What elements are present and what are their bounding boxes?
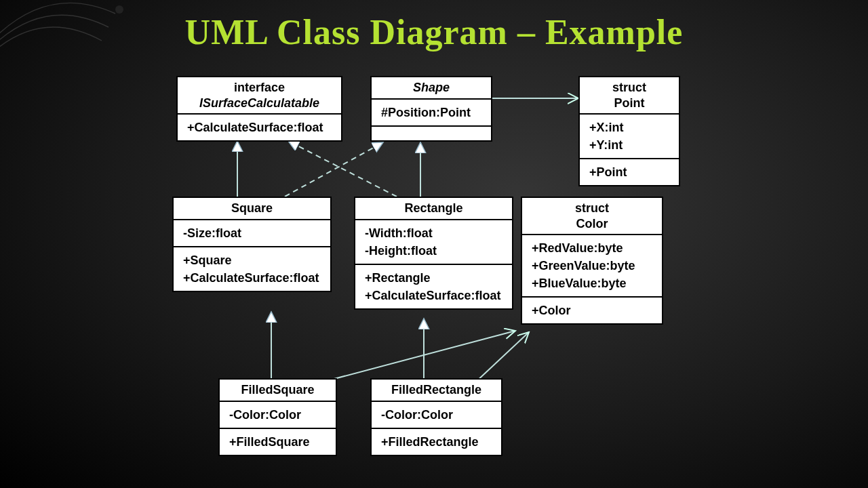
class-header: interfaceISurfaceCalculatable	[178, 77, 341, 115]
member-line: +GreenValue:byte	[532, 257, 652, 274]
stereotype-label: struct	[589, 80, 669, 96]
class-section: +Point	[580, 159, 679, 185]
class-section: +Color	[522, 298, 662, 323]
member-line: +CalculateSurface:float	[187, 119, 332, 136]
class-square: Square-Size:float+Square+CalculateSurfac…	[172, 197, 332, 292]
class-name: FilledRectangle	[381, 382, 492, 398]
association-connector	[319, 331, 515, 383]
member-line: +Color	[532, 302, 652, 319]
member-line: -Color:Color	[381, 406, 492, 424]
class-header: FilledSquare	[220, 380, 336, 402]
member-line: -Height:float	[365, 242, 502, 260]
stereotype-label: struct	[532, 201, 652, 216]
class-section: +Rectangle+CalculateSurface:float	[355, 265, 512, 308]
class-section: -Color:Color	[220, 402, 336, 429]
member-line: -Color:Color	[229, 406, 326, 424]
class-section: -Width:float-Height:float	[355, 220, 512, 265]
class-filledrectangle: FilledRectangle-Color:Color+FilledRectan…	[370, 378, 502, 456]
member-line: +FilledSquare	[229, 433, 326, 451]
member-line: +Rectangle	[365, 269, 502, 287]
member-line: +Point	[589, 163, 669, 181]
diagram-stage: interfaceISurfaceCalculatable+CalculateS…	[0, 0, 868, 488]
class-header: structPoint	[580, 77, 679, 115]
member-line: +FilledRectangle	[381, 433, 492, 451]
class-name: Rectangle	[365, 201, 502, 216]
class-name: Square	[183, 201, 321, 216]
realization-connector	[285, 142, 383, 197]
class-section: -Size:float	[174, 220, 330, 247]
member-line: +Square	[183, 251, 321, 269]
class-section: -Color:Color	[372, 402, 501, 429]
class-section: +CalculateSurface:float	[178, 115, 341, 140]
class-section	[372, 127, 491, 140]
member-line: -Size:float	[183, 224, 321, 242]
class-header: FilledRectangle	[372, 380, 501, 402]
class-header: Square	[174, 198, 330, 220]
class-section: #Position:Point	[372, 100, 491, 127]
class-section: +RedValue:byte+GreenValue:byte+BlueValue…	[522, 235, 662, 298]
class-name: ISurfaceCalculatable	[187, 96, 332, 111]
class-section: +FilledSquare	[220, 429, 336, 455]
class-name: Point	[589, 96, 669, 111]
class-name: Color	[532, 216, 652, 232]
class-name: FilledSquare	[229, 382, 326, 398]
class-header: Shape	[372, 77, 491, 100]
class-section: +FilledRectangle	[372, 429, 501, 455]
class-header: structColor	[522, 198, 662, 235]
class-header: Rectangle	[355, 198, 512, 220]
member-line: -Width:float	[365, 224, 502, 242]
class-section: +X:int+Y:int	[580, 115, 679, 159]
class-section: +Square+CalculateSurface:float	[174, 247, 330, 291]
member-line: +RedValue:byte	[532, 239, 652, 257]
member-line: #Position:Point	[381, 104, 481, 121]
member-line: +CalculateSurface:float	[183, 269, 321, 287]
class-isurfacecalculatable: interfaceISurfaceCalculatable+CalculateS…	[176, 76, 342, 142]
stereotype-label: interface	[187, 80, 332, 96]
member-line: +CalculateSurface:float	[365, 287, 502, 304]
member-line: +Y:int	[589, 136, 669, 154]
member-line: +X:int	[589, 119, 669, 136]
realization-connector	[288, 141, 397, 197]
class-filledsquare: FilledSquare-Color:Color+FilledSquare	[218, 378, 337, 456]
member-line: +BlueValue:byte	[532, 274, 652, 292]
struct-point: structPoint+X:int+Y:int+Point	[578, 76, 680, 186]
class-rectangle: Rectangle-Width:float-Height:float+Recta…	[354, 197, 513, 310]
struct-color: structColor+RedValue:byte+GreenValue:byt…	[521, 197, 663, 325]
class-name: Shape	[381, 80, 481, 96]
association-connector	[475, 332, 529, 383]
class-shape: Shape#Position:Point	[370, 76, 492, 142]
